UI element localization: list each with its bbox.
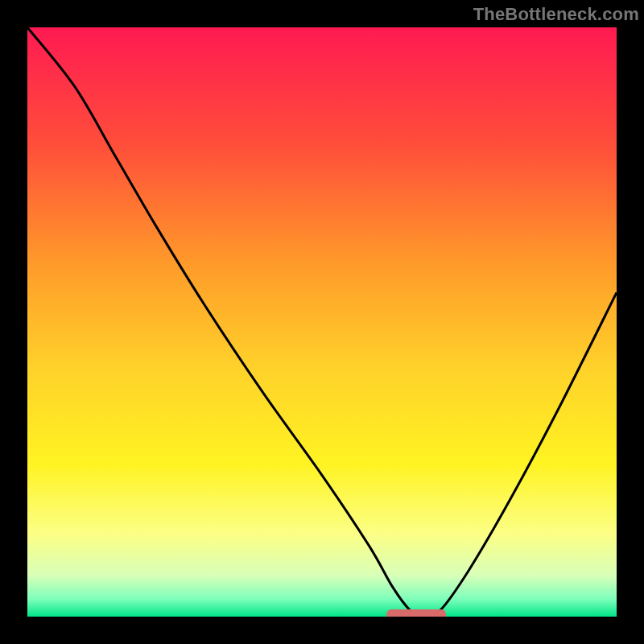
plot-area xyxy=(27,27,617,617)
attribution-label: TheBottleneck.com xyxy=(473,4,639,25)
chart-frame: TheBottleneck.com xyxy=(0,0,644,644)
gradient-background xyxy=(27,27,617,617)
optimum-marker xyxy=(386,609,446,617)
chart-svg xyxy=(27,27,617,617)
